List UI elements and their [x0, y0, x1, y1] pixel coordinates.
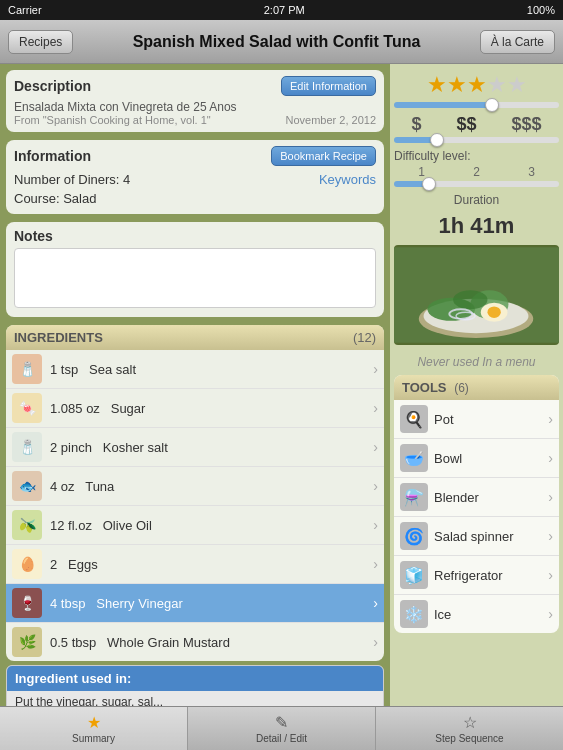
tool-thumb-bowl: 🥣 — [400, 444, 428, 472]
description-title: Description — [14, 78, 91, 94]
star-3[interactable]: ★ — [467, 72, 487, 98]
description-card: Description Edit Information Ensalada Mi… — [6, 70, 384, 132]
difficulty-slider-thumb[interactable] — [422, 177, 436, 191]
ingredient-thumb: 🫒 — [12, 510, 42, 540]
price-low[interactable]: $ — [411, 114, 421, 135]
star-2[interactable]: ★ — [447, 72, 467, 98]
chevron-icon: › — [373, 517, 378, 533]
information-title: Information — [14, 148, 91, 164]
chevron-icon: › — [548, 567, 553, 583]
main-content: Description Edit Information Ensalada Mi… — [0, 64, 563, 706]
keywords-label[interactable]: Keywords — [319, 170, 376, 189]
detail-edit-icon: ✎ — [275, 713, 288, 732]
tool-thumb-ice: ❄️ — [400, 600, 428, 628]
ingredients-section: INGREDIENTS (12) 🧂 1 tsp Sea salt › 🍬 1.… — [6, 325, 384, 661]
ingredient-row[interactable]: 🍬 1.085 oz Sugar › — [6, 389, 384, 428]
used-in-text: Put the vinegar, sugar, sal... Sherry Vi… — [15, 695, 370, 706]
tool-thumb-blender: ⚗️ — [400, 483, 428, 511]
ingredient-thumb: 🌿 — [12, 627, 42, 657]
ingredient-row[interactable]: 🧂 1 tsp Sea salt › — [6, 350, 384, 389]
ingredient-text: 1.085 oz Sugar — [50, 401, 373, 416]
tools-section: TOOLS (6) 🍳 Pot › 🥣 Bowl › ⚗️ Blender › … — [394, 375, 559, 633]
chevron-icon: › — [373, 400, 378, 416]
duration-label: Duration — [394, 193, 559, 207]
tool-name-blender: Blender — [434, 490, 548, 505]
svg-point-7 — [487, 306, 500, 317]
diners-field: Number of Diners: 4 — [14, 170, 130, 189]
ingredients-title: INGREDIENTS — [14, 330, 103, 345]
ingredient-row[interactable]: 🥚 2 Eggs › — [6, 545, 384, 584]
ingredient-text: 12 fl.oz Olive Oil — [50, 518, 373, 533]
ingredient-text: 2 Eggs — [50, 557, 373, 572]
tab-summary[interactable]: ★ Summary — [0, 707, 188, 750]
nav-bar: Recipes Spanish Mixed Salad with Confit … — [0, 20, 563, 64]
diff-1: 1 — [418, 165, 425, 179]
tool-row-blender[interactable]: ⚗️ Blender › — [394, 478, 559, 517]
time-label: 2:07 PM — [264, 4, 305, 16]
chevron-icon: › — [373, 361, 378, 377]
rating-slider[interactable] — [394, 102, 559, 108]
star-1[interactable]: ★ — [427, 72, 447, 98]
step-sequence-icon: ☆ — [463, 713, 477, 732]
tool-row-salad-spinner[interactable]: 🌀 Salad spinner › — [394, 517, 559, 556]
ingredient-row[interactable]: 🫒 12 fl.oz Olive Oil › — [6, 506, 384, 545]
food-image-svg — [394, 245, 559, 345]
bookmark-recipe-button[interactable]: Bookmark Recipe — [271, 146, 376, 166]
step-sequence-label: Step Sequence — [435, 733, 503, 744]
chevron-icon: › — [548, 528, 553, 544]
diff-2: 2 — [473, 165, 480, 179]
difficulty-numbers: 1 2 3 — [394, 165, 559, 179]
notes-textarea[interactable] — [14, 248, 376, 308]
ingredient-thumb: 🍷 — [12, 588, 42, 618]
difficulty-label: Difficulty level: — [394, 149, 559, 163]
ingredient-thumb: 🍬 — [12, 393, 42, 423]
tool-name-pot: Pot — [434, 412, 548, 427]
summary-label: Summary — [72, 733, 115, 744]
ingredient-row[interactable]: 🧂 2 pinch Kosher salt › — [6, 428, 384, 467]
right-column: ★ ★ ★ ★ ★ $ $$ $$$ Difficulty level: 1 2… — [390, 64, 563, 706]
food-image — [394, 245, 559, 345]
tab-step-sequence[interactable]: ☆ Step Sequence — [376, 707, 563, 750]
tool-name-refrigerator: Refrigerator — [434, 568, 548, 583]
ingredient-text: 4 tbsp Sherry Vinegar — [50, 596, 373, 611]
information-card: Information Bookmark Recipe Number of Di… — [6, 140, 384, 214]
price-high[interactable]: $$$ — [511, 114, 541, 135]
tools-title: TOOLS — [402, 380, 447, 395]
tools-count: (6) — [454, 381, 469, 395]
a-la-carte-button[interactable]: À la Carte — [480, 30, 555, 54]
difficulty-slider[interactable] — [394, 181, 559, 187]
ingredient-used-in: Ingredient used in: Put the vinegar, sug… — [6, 665, 384, 706]
edit-information-button[interactable]: Edit Information — [281, 76, 376, 96]
ingredient-thumb: 🧂 — [12, 432, 42, 462]
rating-slider-thumb[interactable] — [485, 98, 499, 112]
star-4[interactable]: ★ — [487, 72, 507, 98]
ingredients-count: (12) — [353, 330, 376, 345]
price-slider-thumb[interactable] — [430, 133, 444, 147]
tool-row-bowl[interactable]: 🥣 Bowl › — [394, 439, 559, 478]
ingredients-header: INGREDIENTS (12) — [6, 325, 384, 350]
ingredient-row[interactable]: 🐟 4 oz Tuna › — [6, 467, 384, 506]
status-bar: Carrier 2:07 PM 100% — [0, 0, 563, 20]
tab-detail-edit[interactable]: ✎ Detail / Edit — [188, 707, 376, 750]
ingredient-text: 4 oz Tuna — [50, 479, 373, 494]
price-slider[interactable] — [394, 137, 559, 143]
ingredient-used-header: Ingredient used in: — [7, 666, 383, 691]
ingredient-row-highlighted[interactable]: 🍷 4 tbsp Sherry Vinegar › — [6, 584, 384, 623]
tool-row-pot[interactable]: 🍳 Pot › — [394, 400, 559, 439]
tab-bar: ★ Summary ✎ Detail / Edit ☆ Step Sequenc… — [0, 706, 563, 750]
back-button[interactable]: Recipes — [8, 30, 73, 54]
used-in-row[interactable]: Put the vinegar, sugar, sal... Sherry Vi… — [7, 691, 383, 706]
nav-title: Spanish Mixed Salad with Confit Tuna — [73, 33, 479, 51]
ingredient-text: 1 tsp Sea salt — [50, 362, 373, 377]
chevron-icon: › — [548, 450, 553, 466]
tools-header: TOOLS (6) — [394, 375, 559, 400]
chevron-icon: › — [370, 700, 375, 706]
tool-row-ice[interactable]: ❄️ Ice › — [394, 595, 559, 633]
star-5[interactable]: ★ — [507, 72, 527, 98]
ingredient-row[interactable]: 🌿 0.5 tbsp Whole Grain Mustard › — [6, 623, 384, 661]
summary-icon: ★ — [87, 713, 101, 732]
price-mid[interactable]: $$ — [456, 114, 476, 135]
tool-row-refrigerator[interactable]: 🧊 Refrigerator › — [394, 556, 559, 595]
detail-edit-label: Detail / Edit — [256, 733, 307, 744]
recipe-source: From "Spanish Cooking at Home, vol. 1" — [14, 114, 237, 126]
